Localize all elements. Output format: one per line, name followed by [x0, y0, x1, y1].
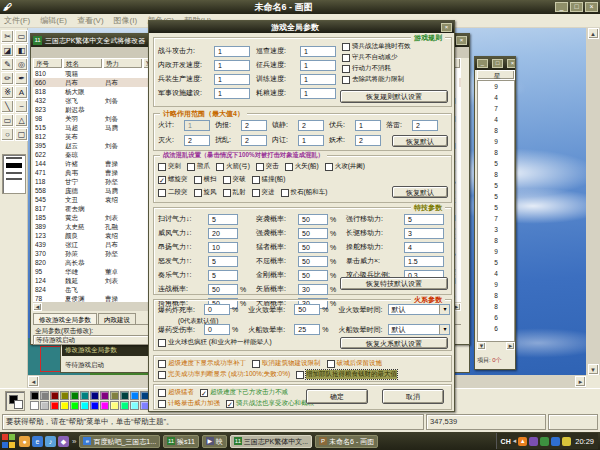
strategy-input[interactable]: 1: [355, 120, 381, 131]
minimize-button[interactable]: _: [555, 2, 568, 12]
strategy-input[interactable]: 1: [298, 135, 324, 146]
color-swatch[interactable]: [70, 391, 79, 400]
strategy-input[interactable]: 2: [241, 135, 267, 146]
line-width-option[interactable]: [6, 178, 22, 180]
color-swatch[interactable]: [30, 391, 39, 400]
checkbox-icon[interactable]: [285, 163, 293, 171]
checkbox-icon[interactable]: [223, 189, 231, 197]
checkbox-icon[interactable]: [325, 163, 333, 171]
checkbox-icon[interactable]: [281, 189, 289, 197]
checkbox-option[interactable]: 火攻(井阑): [325, 162, 365, 171]
security-icon[interactable]: [540, 437, 549, 446]
taskbar-item[interactable]: 11三国志PK繁体中文...: [230, 435, 312, 448]
checkbox-option[interactable]: 破城后保留设施: [327, 359, 383, 368]
checkbox-icon[interactable]: [194, 176, 202, 184]
rule-input[interactable]: 1: [300, 74, 336, 85]
checkbox-option[interactable]: 骑兵战法单挑时有效: [342, 42, 411, 51]
checkbox-icon[interactable]: [342, 54, 350, 62]
line-width-option-selected[interactable]: [6, 163, 22, 168]
line-width-selector[interactable]: [2, 154, 26, 194]
menu-item[interactable]: 文件(F): [4, 15, 30, 26]
strategy-input[interactable]: 2: [241, 120, 267, 131]
checkbox-icon[interactable]: [252, 360, 260, 368]
ellipse-tool[interactable]: ○: [1, 128, 14, 141]
color-swatch[interactable]: [30, 401, 39, 410]
checkbox-icon[interactable]: [342, 76, 350, 84]
checkbox-option[interactable]: 业火球也疯狂 (和业火种一样能晕人): [158, 338, 272, 347]
color-swatch[interactable]: [90, 391, 99, 400]
scroll-left-icon[interactable]: ◄: [33, 303, 42, 311]
close-button[interactable]: ×: [585, 2, 598, 12]
color-swatch[interactable]: [110, 391, 119, 400]
quick-launch-more-icon[interactable]: »: [72, 437, 76, 446]
color-swatch[interactable]: [40, 391, 49, 400]
color-swatch[interactable]: [60, 391, 69, 400]
player-icon[interactable]: ♪: [45, 436, 56, 447]
rule-input[interactable]: 1: [214, 60, 250, 71]
chevron-down-icon[interactable]: ▾: [439, 325, 449, 334]
line-width-option[interactable]: [6, 157, 22, 159]
fire-input[interactable]: 25: [294, 324, 320, 335]
checkbox-option[interactable]: 计略暴击威力加强: [158, 399, 220, 408]
brush-tool[interactable]: ✒: [15, 72, 28, 85]
checkbox-icon[interactable]: [342, 43, 350, 51]
media-icon[interactable]: ●: [19, 436, 30, 447]
strategy-input[interactable]: 2: [298, 120, 324, 131]
color-swatch[interactable]: [70, 401, 79, 410]
checkbox-icon[interactable]: [158, 389, 166, 397]
scroll-right-icon[interactable]: ►: [575, 376, 586, 387]
skill-input[interactable]: 20: [208, 228, 238, 239]
ie-icon[interactable]: e: [32, 436, 43, 447]
reset-strategy-button[interactable]: 恢复默认: [392, 135, 448, 147]
strategy-input[interactable]: 2: [184, 135, 210, 146]
checkbox-icon[interactable]: [187, 163, 195, 171]
skill-input[interactable]: 5: [208, 270, 238, 281]
chevron-down-icon[interactable]: ▾: [439, 305, 449, 314]
skill-input[interactable]: 5: [404, 214, 444, 225]
fire-time-select[interactable]: 默认▾: [388, 324, 450, 335]
checkbox-icon[interactable]: [158, 400, 166, 408]
checkbox-option[interactable]: ✓超级难度下己方攻击力不减: [200, 388, 288, 397]
checkbox-option[interactable]: 猛撞(船): [252, 175, 286, 184]
skill-input[interactable]: 30: [298, 284, 328, 295]
fill-tool[interactable]: ◧: [15, 44, 28, 57]
stat-header-label[interactable]: 星: [477, 70, 515, 80]
vlc-icon[interactable]: ▲: [518, 437, 527, 446]
checkbox-option[interactable]: 超级猛者: [158, 388, 194, 397]
start-button[interactable]: [2, 434, 16, 448]
close-icon[interactable]: ×: [507, 59, 515, 68]
skill-input[interactable]: 50: [208, 284, 238, 295]
strategy-input[interactable]: 1: [184, 120, 210, 131]
checkbox-icon[interactable]: [194, 189, 202, 197]
tab-global-params[interactable]: 修改游戏全局参数: [33, 313, 97, 324]
color-swatch[interactable]: [100, 391, 109, 400]
taskbar-item[interactable]: P未命名6 - 画图: [315, 435, 378, 448]
checkbox-option[interactable]: 火矢(船): [285, 162, 319, 171]
checkbox-option[interactable]: ✓螺旋突: [158, 175, 188, 184]
minimize-icon[interactable]: _: [477, 59, 488, 68]
checkbox-icon[interactable]: [342, 65, 350, 73]
column-header[interactable]: 序号: [33, 58, 63, 69]
language-indicator[interactable]: CH: [501, 438, 511, 445]
checkbox-icon[interactable]: [158, 371, 166, 379]
reset-chaos-button[interactable]: 恢复默认: [392, 186, 448, 198]
close-icon[interactable]: ×: [456, 36, 467, 45]
checkbox-option[interactable]: 熊爪: [187, 162, 210, 171]
color-swatch[interactable]: [50, 401, 59, 410]
color-swatch[interactable]: [120, 401, 129, 410]
maximize-button[interactable]: □: [570, 2, 583, 12]
skill-input[interactable]: 50: [298, 242, 328, 253]
skill-input[interactable]: 5: [208, 214, 238, 225]
maximize-icon[interactable]: □: [492, 59, 503, 68]
color-swatch[interactable]: [50, 391, 59, 400]
rounded-rect-tool[interactable]: ▢: [15, 128, 28, 141]
checkbox-checked-icon[interactable]: ✓: [158, 176, 166, 184]
fire-input[interactable]: 0: [204, 304, 230, 315]
reset-skills-button[interactable]: 恢复特技默认设置: [340, 277, 448, 290]
checkbox-option[interactable]: 突破: [223, 175, 246, 184]
checkbox-checked-icon[interactable]: ✓: [200, 389, 208, 397]
skill-input[interactable]: 1.5: [404, 256, 444, 267]
checkbox-option[interactable]: 行动力不消耗: [342, 64, 411, 73]
stat-number-list[interactable]: 94748985855573895498866: [477, 80, 515, 342]
line-tool[interactable]: ╲: [1, 100, 14, 113]
